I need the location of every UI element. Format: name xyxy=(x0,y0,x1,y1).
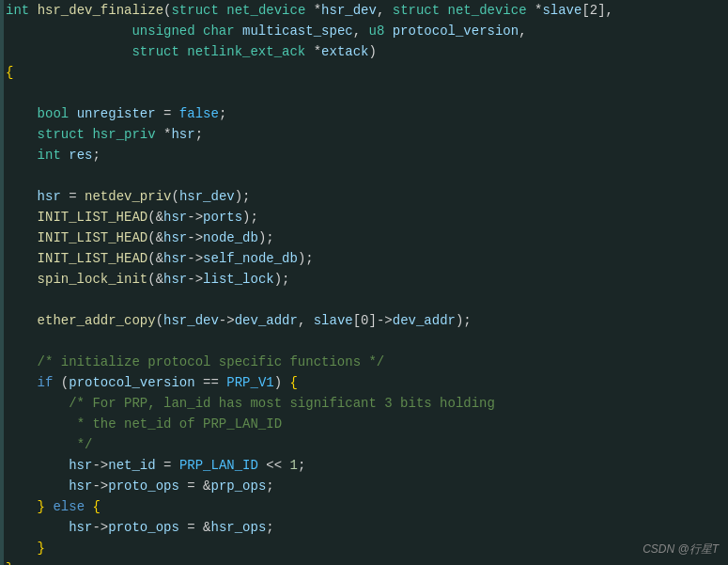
code-line-8: int res; xyxy=(0,145,728,165)
code-line-11: INIT_LIST_HEAD(&hsr->ports); xyxy=(0,207,728,228)
code-line-26: hsr->proto_ops = &hsr_ops; xyxy=(0,517,728,538)
code-line-1: int hsr_dev_finalize(struct net_device *… xyxy=(0,0,728,21)
code-text-27: } xyxy=(0,538,728,558)
code-line-4: { xyxy=(0,62,728,83)
code-line-24: hsr->proto_ops = &prp_ops; xyxy=(0,476,728,496)
code-line-21: * the net_id of PRP_LAN_ID xyxy=(0,414,728,434)
code-line-22: */ xyxy=(0,434,728,455)
code-line-9 xyxy=(0,165,728,186)
code-line-20: /* For PRP, lan_id has most significant … xyxy=(0,393,728,414)
code-text-23: hsr->net_id = PRP_LAN_ID << 1; xyxy=(0,455,728,476)
code-text-19: if (protocol_version == PRP_V1) { xyxy=(0,372,728,393)
code-text-26: hsr->proto_ops = &hsr_ops; xyxy=(0,517,728,538)
code-line-23: hsr->net_id = PRP_LAN_ID << 1; xyxy=(0,455,728,476)
code-line-27: } xyxy=(0,538,728,558)
code-text-9 xyxy=(0,165,728,186)
code-text-2: unsigned char multicast_spec, u8 protoco… xyxy=(0,21,728,41)
code-text-15 xyxy=(0,290,728,310)
code-line-28: } xyxy=(0,558,728,565)
left-border-accent xyxy=(0,0,4,565)
code-line-3: struct netlink_ext_ack *extack) xyxy=(0,41,728,62)
code-line-6: bool unregister = false; xyxy=(0,103,728,124)
code-line-18: /* initialize protocol specific function… xyxy=(0,352,728,372)
code-line-19: if (protocol_version == PRP_V1) { xyxy=(0,372,728,393)
watermark: CSDN @行星T xyxy=(643,541,719,557)
code-text-8: int res; xyxy=(0,145,728,165)
code-text-12: INIT_LIST_HEAD(&hsr->node_db); xyxy=(0,228,728,248)
code-line-5 xyxy=(0,83,728,103)
code-text-21: * the net_id of PRP_LAN_ID xyxy=(0,414,728,434)
code-text-11: INIT_LIST_HEAD(&hsr->ports); xyxy=(0,207,728,228)
code-line-15 xyxy=(0,290,728,310)
code-text-4: { xyxy=(0,62,728,83)
code-text-18: /* initialize protocol specific function… xyxy=(0,352,728,372)
code-line-7: struct hsr_priv *hsr; xyxy=(0,124,728,145)
code-line-17 xyxy=(0,331,728,352)
code-text-17 xyxy=(0,331,728,352)
code-text-3: struct netlink_ext_ack *extack) xyxy=(0,41,728,62)
code-text-1: int hsr_dev_finalize(struct net_device *… xyxy=(0,0,728,21)
code-text-5 xyxy=(0,83,728,103)
code-text-25: } else { xyxy=(0,496,728,517)
code-text-20: /* For PRP, lan_id has most significant … xyxy=(0,393,728,414)
code-text-28: } xyxy=(0,558,728,565)
code-line-25: } else { xyxy=(0,496,728,517)
code-text-6: bool unregister = false; xyxy=(0,103,728,124)
code-line-13: INIT_LIST_HEAD(&hsr->self_node_db); xyxy=(0,248,728,269)
code-line-2: unsigned char multicast_spec, u8 protoco… xyxy=(0,21,728,41)
code-line-10: hsr = netdev_priv(hsr_dev); xyxy=(0,186,728,207)
code-text-10: hsr = netdev_priv(hsr_dev); xyxy=(0,186,728,207)
code-text-7: struct hsr_priv *hsr; xyxy=(0,124,728,145)
code-line-12: INIT_LIST_HEAD(&hsr->node_db); xyxy=(0,228,728,248)
code-text-24: hsr->proto_ops = &prp_ops; xyxy=(0,476,728,496)
code-text-13: INIT_LIST_HEAD(&hsr->self_node_db); xyxy=(0,248,728,269)
code-text-22: */ xyxy=(0,434,728,455)
code-text-16: ether_addr_copy(hsr_dev->dev_addr, slave… xyxy=(0,310,728,331)
code-text-14: spin_lock_init(&hsr->list_lock); xyxy=(0,269,728,290)
code-line-14: spin_lock_init(&hsr->list_lock); xyxy=(0,269,728,290)
code-line-16: ether_addr_copy(hsr_dev->dev_addr, slave… xyxy=(0,310,728,331)
code-editor: int hsr_dev_finalize(struct net_device *… xyxy=(0,0,728,565)
